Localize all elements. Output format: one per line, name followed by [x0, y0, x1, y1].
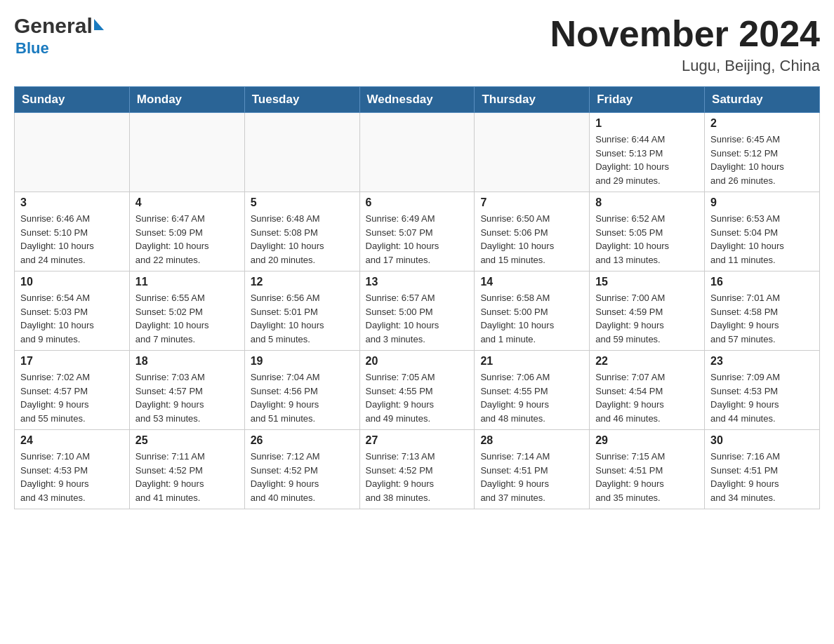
day-number: 3	[20, 196, 124, 209]
day-info: Sunrise: 6:47 AMSunset: 5:09 PMDaylight:…	[135, 212, 239, 267]
calendar-day-cell: 7Sunrise: 6:50 AMSunset: 5:06 PMDaylight…	[475, 192, 590, 271]
day-number: 5	[251, 196, 354, 209]
calendar-header-row: SundayMondayTuesdayWednesdayThursdayFrid…	[15, 87, 820, 113]
day-number: 27	[366, 434, 469, 447]
day-info: Sunrise: 7:02 AMSunset: 4:57 PMDaylight:…	[20, 370, 124, 425]
day-number: 9	[710, 196, 814, 209]
day-info: Sunrise: 7:03 AMSunset: 4:57 PMDaylight:…	[135, 370, 239, 425]
weekday-header-thursday: Thursday	[475, 87, 590, 113]
page-header: General Blue November 2024 Lugu, Beijing…	[14, 14, 820, 75]
calendar-day-cell: 12Sunrise: 6:56 AMSunset: 5:01 PMDayligh…	[244, 271, 359, 351]
day-info: Sunrise: 7:11 AMSunset: 4:52 PMDaylight:…	[135, 450, 239, 504]
calendar-day-cell: 13Sunrise: 6:57 AMSunset: 5:00 PMDayligh…	[359, 271, 475, 351]
calendar-day-cell: 24Sunrise: 7:10 AMSunset: 4:53 PMDayligh…	[15, 430, 130, 509]
day-info: Sunrise: 6:44 AMSunset: 5:13 PMDaylight:…	[595, 133, 699, 187]
day-number: 7	[480, 196, 583, 209]
day-info: Sunrise: 6:45 AMSunset: 5:12 PMDaylight:…	[710, 133, 814, 187]
day-info: Sunrise: 7:13 AMSunset: 4:52 PMDaylight:…	[366, 450, 469, 504]
calendar-day-cell	[359, 113, 475, 192]
weekday-header-friday: Friday	[590, 87, 705, 113]
day-number: 1	[595, 117, 699, 130]
day-info: Sunrise: 6:49 AMSunset: 5:07 PMDaylight:…	[366, 212, 469, 267]
calendar-day-cell: 14Sunrise: 6:58 AMSunset: 5:00 PMDayligh…	[475, 271, 590, 351]
day-number: 6	[366, 196, 469, 209]
calendar-day-cell: 26Sunrise: 7:12 AMSunset: 4:52 PMDayligh…	[244, 430, 359, 509]
calendar-day-cell: 25Sunrise: 7:11 AMSunset: 4:52 PMDayligh…	[129, 430, 244, 509]
day-info: Sunrise: 6:48 AMSunset: 5:08 PMDaylight:…	[251, 212, 354, 267]
day-number: 28	[480, 434, 583, 447]
calendar-day-cell: 4Sunrise: 6:47 AMSunset: 5:09 PMDaylight…	[129, 192, 244, 271]
calendar-day-cell: 1Sunrise: 6:44 AMSunset: 5:13 PMDaylight…	[590, 113, 705, 192]
calendar-day-cell: 30Sunrise: 7:16 AMSunset: 4:51 PMDayligh…	[705, 430, 820, 509]
day-info: Sunrise: 7:05 AMSunset: 4:55 PMDaylight:…	[366, 370, 469, 425]
day-number: 4	[135, 196, 239, 209]
day-number: 20	[366, 355, 469, 368]
day-number: 26	[251, 434, 354, 447]
day-info: Sunrise: 6:57 AMSunset: 5:00 PMDaylight:…	[366, 291, 469, 346]
day-number: 2	[710, 117, 814, 130]
day-info: Sunrise: 6:55 AMSunset: 5:02 PMDaylight:…	[135, 291, 239, 346]
weekday-header-tuesday: Tuesday	[244, 87, 359, 113]
calendar-day-cell: 22Sunrise: 7:07 AMSunset: 4:54 PMDayligh…	[590, 351, 705, 430]
calendar-day-cell	[244, 113, 359, 192]
day-info: Sunrise: 6:58 AMSunset: 5:00 PMDaylight:…	[480, 291, 583, 346]
calendar-day-cell: 3Sunrise: 6:46 AMSunset: 5:10 PMDaylight…	[15, 192, 130, 271]
weekday-header-wednesday: Wednesday	[359, 87, 475, 113]
weekday-header-saturday: Saturday	[705, 87, 820, 113]
day-info: Sunrise: 7:07 AMSunset: 4:54 PMDaylight:…	[595, 370, 699, 425]
day-info: Sunrise: 7:14 AMSunset: 4:51 PMDaylight:…	[480, 450, 583, 504]
day-number: 18	[135, 355, 239, 368]
day-info: Sunrise: 7:06 AMSunset: 4:55 PMDaylight:…	[480, 370, 583, 425]
day-number: 25	[135, 434, 239, 447]
logo-blue-text: Blue	[15, 39, 49, 58]
calendar-week-row: 10Sunrise: 6:54 AMSunset: 5:03 PMDayligh…	[15, 271, 820, 351]
day-info: Sunrise: 7:09 AMSunset: 4:53 PMDaylight:…	[710, 370, 814, 425]
calendar-day-cell: 16Sunrise: 7:01 AMSunset: 4:58 PMDayligh…	[705, 271, 820, 351]
calendar-day-cell: 28Sunrise: 7:14 AMSunset: 4:51 PMDayligh…	[475, 430, 590, 509]
logo-arrow-icon	[94, 19, 104, 30]
calendar-table: SundayMondayTuesdayWednesdayThursdayFrid…	[14, 86, 820, 509]
day-number: 10	[20, 276, 124, 288]
day-info: Sunrise: 7:00 AMSunset: 4:59 PMDaylight:…	[595, 291, 699, 346]
day-number: 16	[710, 276, 814, 288]
calendar-day-cell	[475, 113, 590, 192]
calendar-week-row: 17Sunrise: 7:02 AMSunset: 4:57 PMDayligh…	[15, 351, 820, 430]
calendar-week-row: 3Sunrise: 6:46 AMSunset: 5:10 PMDaylight…	[15, 192, 820, 271]
day-info: Sunrise: 6:54 AMSunset: 5:03 PMDaylight:…	[20, 291, 124, 346]
logo-wrapper: General	[14, 14, 104, 38]
location-subtitle: Lugu, Beijing, China	[550, 57, 820, 75]
day-number: 22	[595, 355, 699, 368]
calendar-day-cell: 17Sunrise: 7:02 AMSunset: 4:57 PMDayligh…	[15, 351, 130, 430]
day-number: 24	[20, 434, 124, 447]
calendar-day-cell: 10Sunrise: 6:54 AMSunset: 5:03 PMDayligh…	[15, 271, 130, 351]
weekday-header-monday: Monday	[129, 87, 244, 113]
weekday-header-sunday: Sunday	[15, 87, 130, 113]
day-number: 13	[366, 276, 469, 288]
day-number: 21	[480, 355, 583, 368]
day-number: 15	[595, 276, 699, 288]
calendar-day-cell: 15Sunrise: 7:00 AMSunset: 4:59 PMDayligh…	[590, 271, 705, 351]
logo-area: General Blue	[14, 14, 104, 58]
calendar-day-cell: 9Sunrise: 6:53 AMSunset: 5:04 PMDaylight…	[705, 192, 820, 271]
day-number: 8	[595, 196, 699, 209]
day-number: 23	[710, 355, 814, 368]
day-number: 17	[20, 355, 124, 368]
day-info: Sunrise: 6:56 AMSunset: 5:01 PMDaylight:…	[251, 291, 354, 346]
title-area: November 2024 Lugu, Beijing, China	[550, 14, 820, 75]
day-info: Sunrise: 7:10 AMSunset: 4:53 PMDaylight:…	[20, 450, 124, 504]
day-number: 14	[480, 276, 583, 288]
calendar-day-cell: 6Sunrise: 6:49 AMSunset: 5:07 PMDaylight…	[359, 192, 475, 271]
calendar-day-cell: 21Sunrise: 7:06 AMSunset: 4:55 PMDayligh…	[475, 351, 590, 430]
calendar-day-cell: 23Sunrise: 7:09 AMSunset: 4:53 PMDayligh…	[705, 351, 820, 430]
logo-general-text: General	[14, 14, 93, 38]
calendar-day-cell	[129, 113, 244, 192]
calendar-day-cell: 27Sunrise: 7:13 AMSunset: 4:52 PMDayligh…	[359, 430, 475, 509]
calendar-day-cell: 18Sunrise: 7:03 AMSunset: 4:57 PMDayligh…	[129, 351, 244, 430]
calendar-day-cell: 20Sunrise: 7:05 AMSunset: 4:55 PMDayligh…	[359, 351, 475, 430]
day-number: 19	[251, 355, 354, 368]
day-number: 12	[251, 276, 354, 288]
day-number: 29	[595, 434, 699, 447]
calendar-day-cell	[15, 113, 130, 192]
calendar-day-cell: 11Sunrise: 6:55 AMSunset: 5:02 PMDayligh…	[129, 271, 244, 351]
calendar-day-cell: 29Sunrise: 7:15 AMSunset: 4:51 PMDayligh…	[590, 430, 705, 509]
